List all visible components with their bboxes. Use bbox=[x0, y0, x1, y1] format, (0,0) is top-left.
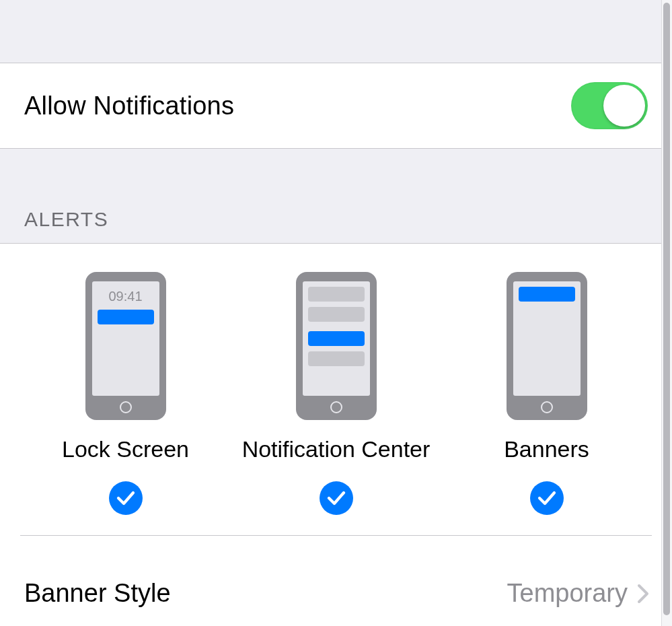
notification-center-phone-icon bbox=[296, 272, 377, 420]
lock-screen-label: Lock Screen bbox=[62, 436, 189, 462]
notification-center-label: Notification Center bbox=[242, 436, 431, 462]
chevron-right-icon bbox=[637, 584, 649, 604]
banners-phone-icon bbox=[507, 272, 587, 420]
lock-screen-checkmark[interactable] bbox=[109, 481, 143, 515]
grey-notification-bar-icon bbox=[308, 351, 365, 366]
blue-notification-bar-icon bbox=[308, 331, 365, 346]
banner-style-value: Temporary bbox=[507, 579, 628, 608]
banners-checkmark[interactable] bbox=[530, 481, 564, 515]
allow-notifications-label: Allow Notifications bbox=[24, 92, 234, 120]
scrollbar-track[interactable] bbox=[661, 0, 672, 626]
grey-notification-bar-icon bbox=[308, 307, 365, 322]
banner-style-row[interactable]: Banner Style Temporary bbox=[0, 559, 672, 626]
header-spacer bbox=[0, 0, 672, 63]
lock-screen-phone-icon: 09:41 bbox=[85, 272, 166, 420]
checkmark-icon bbox=[327, 490, 346, 506]
lock-screen-time: 09:41 bbox=[108, 289, 142, 304]
alert-option-banners[interactable]: Banners bbox=[446, 272, 648, 515]
banner-style-label: Banner Style bbox=[24, 579, 171, 608]
toggle-knob bbox=[603, 85, 645, 127]
allow-notifications-toggle[interactable] bbox=[571, 82, 648, 129]
grey-notification-bar-icon bbox=[308, 287, 365, 302]
home-button-icon bbox=[541, 401, 553, 413]
allow-notifications-row[interactable]: Allow Notifications bbox=[0, 63, 672, 149]
alerts-panel: 09:41 Lock Screen bbox=[0, 244, 672, 559]
checkmark-icon bbox=[537, 490, 556, 506]
alert-option-notification-center[interactable]: Notification Center bbox=[235, 272, 437, 515]
blue-notification-bar-icon bbox=[519, 287, 575, 302]
notification-center-checkmark[interactable] bbox=[320, 481, 353, 515]
home-button-icon bbox=[120, 401, 132, 413]
home-button-icon bbox=[330, 401, 342, 413]
alerts-grid: 09:41 Lock Screen bbox=[20, 272, 652, 515]
separator bbox=[20, 535, 652, 536]
checkmark-icon bbox=[116, 490, 135, 506]
blue-notification-bar-icon bbox=[98, 310, 154, 324]
scrollbar-thumb[interactable] bbox=[663, 3, 670, 615]
alerts-section-header: ALERTS bbox=[0, 149, 672, 244]
alert-option-lock-screen[interactable]: 09:41 Lock Screen bbox=[25, 272, 227, 515]
banners-label: Banners bbox=[504, 436, 589, 462]
